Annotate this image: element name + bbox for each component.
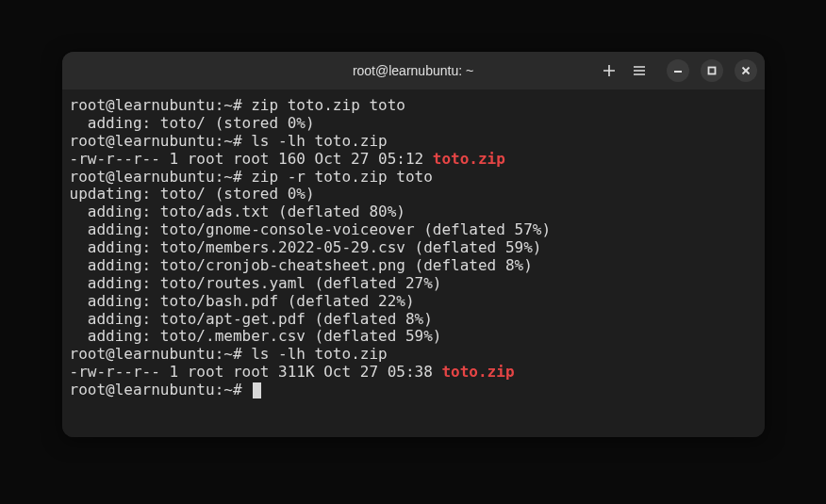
terminal-line: adding: toto/ (stored 0%)	[70, 115, 757, 133]
terminal-line: root@learnubuntu:~#	[70, 382, 757, 399]
terminal-line: adding: toto/.member.csv (deflated 59%)	[70, 328, 757, 346]
terminal-line: -rw-r--r-- 1 root root 160 Oct 27 05:12 …	[70, 151, 757, 169]
ls-output: -rw-r--r-- 1 root root 160 Oct 27 05:12	[70, 150, 433, 168]
terminal-line: root@learnubuntu:~# ls -lh toto.zip	[70, 133, 757, 151]
prompt: root@learnubuntu:~#	[70, 132, 242, 150]
maximize-button[interactable]	[701, 59, 723, 82]
terminal-line: root@learnubuntu:~# zip toto.zip toto	[70, 97, 757, 115]
titlebar[interactable]: root@learnubuntu: ~	[62, 52, 765, 89]
terminal-line: adding: toto/routes.yaml (deflated 27%)	[70, 275, 757, 293]
minimize-button[interactable]	[667, 59, 689, 82]
close-button[interactable]	[735, 59, 757, 82]
file-name: toto.zip	[433, 150, 505, 168]
cursor	[253, 382, 261, 398]
command-text: ls -lh toto.zip	[251, 132, 388, 150]
svg-rect-6	[708, 68, 715, 74]
terminal-line: root@learnubuntu:~# ls -lh toto.zip	[70, 346, 757, 364]
prompt: root@learnubuntu:~#	[70, 168, 242, 186]
terminal-line: adding: toto/members.2022-05-29.csv (def…	[70, 239, 757, 257]
hamburger-menu-button[interactable]	[631, 62, 648, 79]
terminal-line: adding: toto/apt-get.pdf (deflated 8%)	[70, 311, 757, 329]
terminal-line: updating: toto/ (stored 0%)	[70, 186, 757, 203]
command-text: zip -r toto.zip toto	[251, 168, 433, 186]
command-text: zip toto.zip toto	[251, 96, 405, 114]
terminal-line: -rw-r--r-- 1 root root 311K Oct 27 05:38…	[70, 364, 757, 382]
file-name: toto.zip	[441, 363, 514, 381]
prompt: root@learnubuntu:~#	[70, 381, 242, 398]
command-text: ls -lh toto.zip	[251, 345, 388, 363]
prompt: root@learnubuntu:~#	[70, 345, 242, 363]
prompt: root@learnubuntu:~#	[70, 96, 242, 114]
terminal-line: adding: toto/gnome-console-voiceover (de…	[70, 221, 757, 239]
terminal-window: root@learnubuntu: ~ root@learnubuntu:	[62, 52, 765, 437]
new-tab-button[interactable]	[601, 62, 618, 79]
terminal-body[interactable]: root@learnubuntu:~# zip toto.zip toto ad…	[62, 89, 765, 437]
terminal-line: adding: toto/cronjob-cheatsheet.png (def…	[70, 257, 757, 275]
ls-output: -rw-r--r-- 1 root root 311K Oct 27 05:38	[70, 363, 442, 381]
terminal-line: root@learnubuntu:~# zip -r toto.zip toto	[70, 169, 757, 187]
terminal-line: adding: toto/ads.txt (deflated 80%)	[70, 203, 757, 221]
terminal-line: adding: toto/bash.pdf (deflated 22%)	[70, 293, 757, 311]
